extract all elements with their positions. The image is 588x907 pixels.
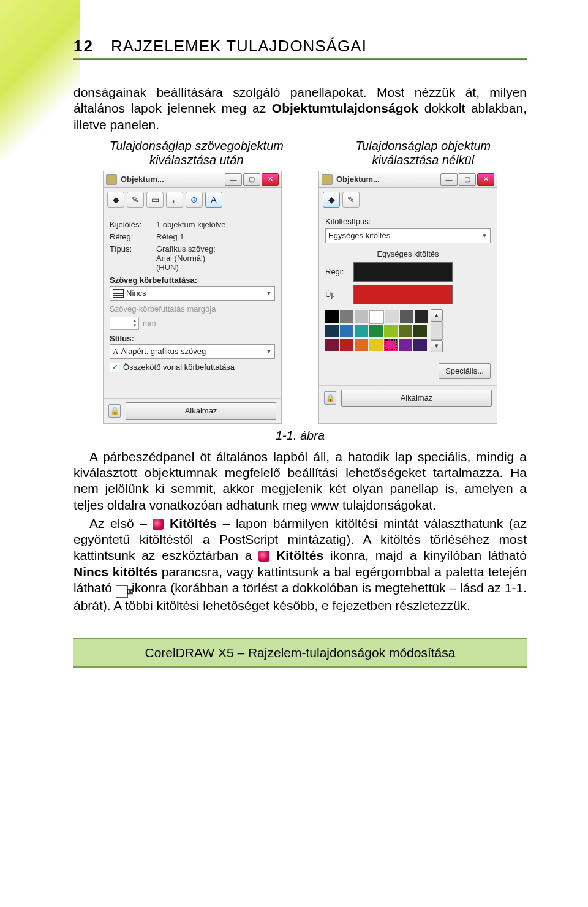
tab-fill-icon[interactable]: ◆ [323, 192, 340, 208]
swatch[interactable] [369, 325, 383, 337]
checkbox-connector-wrap[interactable]: ✔ Összekötő vonal körbefuttatása [110, 363, 275, 372]
swatch[interactable] [415, 310, 428, 323]
swatch[interactable] [340, 310, 353, 323]
swatch[interactable] [399, 339, 412, 351]
label-wrap-margin: Szöveg-körbefuttatás margója [110, 304, 275, 314]
swatch[interactable] [385, 310, 399, 323]
special-button[interactable]: Speciális... [439, 363, 491, 379]
apply-button[interactable]: Alkalmaz [341, 390, 492, 407]
chevron-down-icon: ▼ [266, 290, 272, 296]
fill-icon [258, 551, 270, 562]
swatch[interactable] [400, 310, 413, 323]
label-filltype: Kitöltéstípus: [325, 217, 491, 226]
docker-icon [322, 174, 333, 185]
chevron-down-icon: ▼ [481, 232, 488, 239]
tab-outline-icon[interactable]: ✎ [127, 192, 144, 208]
docker-title: Objektum... [336, 175, 437, 184]
swatch[interactable] [413, 325, 427, 337]
docker-icon [106, 174, 117, 185]
combo-style[interactable]: AAlapért. grafikus szöveg ▼ [110, 344, 275, 359]
label-textwrap: Szöveg körbefuttatása: [110, 276, 275, 285]
caption-right: Tulajdonságlap objektum kiválasztása nél… [355, 139, 491, 167]
panel-captions: Tulajdonságlap szövegobjektum kiválasztá… [74, 139, 527, 167]
palette-scroll-up[interactable]: ▴ [431, 309, 443, 322]
header-rule [74, 58, 527, 60]
combo-textwrap[interactable]: Nincs ▼ [110, 286, 275, 301]
chevron-down-icon: ▼ [266, 348, 272, 355]
intro-paragraph: donságainak beállítására szolgáló panell… [74, 85, 527, 133]
page-footer: CorelDRAW X5 – Rajzelem-tulajdonságok mó… [74, 638, 527, 668]
value-layer: Réteg 1 [156, 232, 184, 241]
page-number: 12 [74, 37, 94, 56]
combo-filltype[interactable]: Egységes kitöltés ▼ [325, 228, 491, 243]
value-type: Grafikus szöveg: Arial (Normál) (HUN) [156, 244, 216, 272]
label-selection: Kijelölés: [110, 220, 153, 229]
label-new-color: Új: [325, 290, 350, 299]
tab-text-icon[interactable]: A [205, 192, 222, 208]
swatch[interactable] [325, 339, 339, 351]
style-a-icon: A [113, 347, 118, 356]
close-button[interactable]: ✕ [477, 173, 494, 186]
paragraph-3: Az első – Kitöltés – lapon bármilyen kit… [74, 516, 527, 614]
tab-callout-icon[interactable]: ⌞ [166, 192, 183, 208]
caption-left: Tulajdonságlap szövegobjektum kiválasztá… [110, 139, 284, 167]
swatch[interactable] [340, 339, 353, 351]
tab-size-icon[interactable]: ▭ [146, 192, 164, 208]
minimize-button[interactable]: — [440, 173, 458, 186]
label-layer: Réteg: [110, 232, 153, 241]
lock-icon[interactable]: 🔒 [324, 391, 336, 405]
tab-strip: ◆ ✎ ▭ ⌞ ⊕ A [104, 188, 281, 213]
minimize-button[interactable]: — [225, 173, 242, 186]
tab-web-icon[interactable]: ⊕ [186, 192, 203, 208]
docker-titlebar[interactable]: Objektum... — ▢ ✕ [319, 171, 497, 188]
docker-right: Objektum... — ▢ ✕ ◆ ✎ Kitöltéstípus: Egy… [318, 171, 497, 424]
swatch[interactable] [369, 310, 384, 324]
check-icon: ✔ [110, 363, 119, 372]
running-header: 12 RAJZELEMEK TULAJDONSÁGAI [74, 37, 527, 56]
swatch-old-color [353, 262, 453, 282]
palette-scroll-down[interactable]: ▾ [431, 340, 443, 352]
swatch[interactable] [325, 325, 339, 337]
swatch[interactable] [325, 310, 339, 323]
paragraph-2: A párbeszédpanel öt általános lapból áll… [74, 449, 527, 513]
palette-scrollbar[interactable] [431, 322, 443, 340]
swatch-new-color[interactable] [353, 285, 453, 304]
docker-left: Objektum... — ▢ ✕ ◆ ✎ ▭ ⌞ ⊕ A Kijelölés:… [103, 171, 282, 424]
swatch[interactable] [399, 325, 412, 337]
label-old-color: Régi: [325, 267, 350, 276]
swatch[interactable] [355, 339, 368, 351]
tab-strip: ◆ ✎ [319, 188, 497, 213]
tab-fill-icon[interactable]: ◆ [107, 192, 124, 208]
fill-icon [153, 519, 164, 530]
swatch[interactable] [355, 310, 368, 323]
docker-titlebar[interactable]: Objektum... — ▢ ✕ [104, 171, 281, 188]
label-type: Típus: [110, 244, 153, 254]
maximize-button[interactable]: ▢ [459, 173, 476, 186]
swatch[interactable] [355, 325, 368, 337]
apply-button[interactable]: Alkalmaz [126, 402, 276, 420]
label-uniform-fill: Egységes kitöltés [325, 249, 491, 258]
label-style: Stílus: [110, 334, 275, 343]
value-selection: 1 objektum kijelölve [156, 220, 225, 229]
tab-outline-icon[interactable]: ✎ [342, 192, 360, 208]
no-fill-icon: ⊠ [116, 585, 128, 598]
swatch[interactable] [369, 339, 383, 351]
chapter-title: RAJZELEMEK TULAJDONSÁGAI [111, 37, 367, 56]
swatch[interactable] [413, 339, 427, 351]
spinner-margin: ▲▼ [110, 317, 139, 330]
lock-icon[interactable]: 🔒 [108, 404, 121, 418]
swatch[interactable] [384, 325, 398, 337]
figure-caption: 1-1. ábra [74, 429, 527, 443]
wrap-none-icon [113, 289, 124, 298]
docker-title: Objektum... [121, 175, 221, 184]
maximize-button[interactable]: ▢ [243, 173, 260, 186]
close-button[interactable]: ✕ [262, 173, 279, 186]
swatch-selected[interactable] [384, 339, 398, 351]
color-palette [325, 309, 428, 352]
swatch[interactable] [340, 325, 353, 337]
